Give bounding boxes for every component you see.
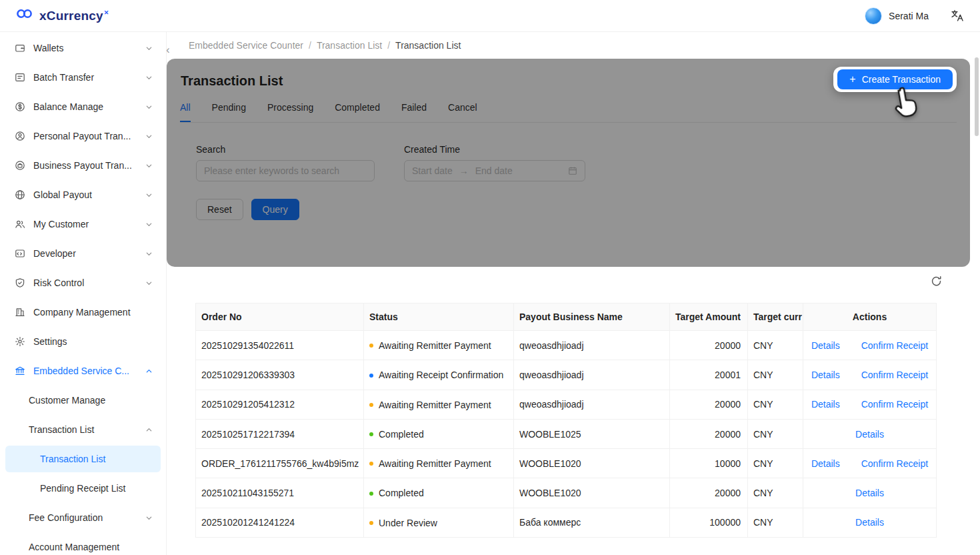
sidebar-item-personal-payout[interactable]: Personal Payout Tran... bbox=[5, 123, 161, 149]
scrollbar[interactable] bbox=[975, 57, 979, 136]
table-row: 202510251712217394 Completed WOOBLE1025 … bbox=[196, 419, 937, 448]
user-name[interactable]: Serati Ma bbox=[889, 11, 929, 21]
target-amount: 20001 bbox=[670, 360, 748, 390]
sidebar-collapse-button[interactable]: ‹ bbox=[167, 43, 170, 57]
chevron-up-icon bbox=[145, 426, 153, 434]
sidebar-item-global-payout[interactable]: Global Payout bbox=[5, 181, 161, 208]
refresh-icon[interactable] bbox=[931, 275, 942, 287]
table-toolbar bbox=[167, 269, 980, 292]
status-cell: Awaiting Remitter Payment bbox=[364, 390, 514, 419]
status-dot bbox=[369, 403, 373, 407]
sidebar-item-pending-receipt-list[interactable]: Pending Receipt List bbox=[5, 475, 161, 502]
table-row: 202510291354022611 Awaiting Remitter Pay… bbox=[196, 331, 937, 360]
payout-business-name: WOOBLE1020 bbox=[514, 449, 670, 478]
confirm-receipt-link[interactable]: Confirm Receipt bbox=[861, 370, 928, 380]
sidebar-item-balance-manage[interactable]: Balance Manage bbox=[5, 93, 161, 120]
details-link[interactable]: Details bbox=[811, 458, 840, 469]
avatar[interactable] bbox=[865, 7, 882, 25]
plus-icon: + bbox=[849, 74, 855, 85]
column-payout-business-name: Payout Business Name bbox=[514, 304, 670, 331]
breadcrumb-item[interactable]: Transaction List bbox=[317, 40, 382, 51]
shield-icon bbox=[15, 278, 25, 288]
sidebar-item-account-management[interactable]: Account Management bbox=[5, 534, 161, 555]
chevron-up-icon bbox=[145, 368, 153, 375]
order-no: 202510291206339303 bbox=[196, 360, 364, 390]
details-link[interactable]: Details bbox=[811, 399, 840, 410]
personal-payout-icon bbox=[15, 131, 25, 141]
customers-icon bbox=[15, 219, 25, 229]
chevron-down-icon bbox=[145, 191, 153, 199]
create-transaction-button[interactable]: + Create Transaction bbox=[837, 69, 953, 89]
payout-business-name: qweoasdhjioadj bbox=[514, 390, 670, 419]
building-icon bbox=[15, 307, 25, 318]
target-currency: CNY bbox=[748, 478, 803, 508]
status-dot bbox=[369, 374, 373, 378]
column-target-amount: Target Amount bbox=[670, 304, 748, 331]
sidebar-item-customer-manage[interactable]: Customer Manage bbox=[5, 387, 161, 414]
bank-icon bbox=[15, 366, 25, 376]
order-no: 202510211043155271 bbox=[196, 478, 364, 508]
details-link[interactable]: Details bbox=[811, 340, 840, 351]
table-row: 202510211043155271 Completed WOOBLE1020 … bbox=[196, 478, 937, 508]
target-currency: CNY bbox=[748, 419, 803, 448]
order-no: 202510201241241224 bbox=[196, 508, 364, 537]
sidebar-item-embedded-service-counter[interactable]: Embedded Service C... bbox=[5, 358, 161, 384]
chevron-down-icon bbox=[145, 103, 153, 111]
payout-business-name: WOOBLE1020 bbox=[514, 478, 670, 508]
chevron-down-icon bbox=[145, 514, 153, 522]
confirm-receipt-link[interactable]: Confirm Receipt bbox=[861, 399, 928, 410]
confirm-receipt-link[interactable]: Confirm Receipt bbox=[861, 340, 928, 351]
chevron-down-icon bbox=[145, 45, 153, 52]
breadcrumb-current: Transaction List bbox=[395, 40, 461, 51]
payout-business-name: qweoasdhjioadj bbox=[514, 331, 670, 360]
logo-text: xCurrency bbox=[39, 9, 103, 23]
status-badge: Under Review bbox=[379, 518, 437, 528]
confirm-receipt-link[interactable]: Confirm Receipt bbox=[861, 458, 928, 469]
status-cell: Completed bbox=[364, 478, 514, 508]
details-link[interactable]: Details bbox=[811, 370, 840, 380]
breadcrumb-item[interactable]: Embedded Service Counter bbox=[189, 40, 303, 51]
order-no: 202510291205412312 bbox=[196, 390, 364, 419]
sidebar-item-my-customer[interactable]: My Customer bbox=[5, 211, 161, 237]
business-payout-icon bbox=[15, 160, 25, 171]
status-cell: Completed bbox=[364, 419, 514, 448]
target-currency: CNY bbox=[748, 390, 803, 419]
details-link[interactable]: Details bbox=[855, 517, 884, 528]
balance-icon bbox=[15, 101, 25, 112]
details-link[interactable]: Details bbox=[855, 429, 884, 440]
sidebar-item-transaction-list[interactable]: Transaction List bbox=[5, 446, 161, 472]
sidebar-item-batch-transfer[interactable]: Batch Transfer bbox=[5, 64, 161, 91]
details-link[interactable]: Details bbox=[855, 488, 884, 498]
actions-cell: DetailsConfirm Receipt bbox=[803, 449, 937, 478]
actions-cell: DetailsConfirm Receipt bbox=[803, 331, 937, 360]
order-no: 202510291354022611 bbox=[196, 331, 364, 360]
sidebar-item-fee-configuration[interactable]: Fee Configuration bbox=[5, 504, 161, 531]
translate-icon[interactable] bbox=[950, 9, 964, 23]
target-amount: 20000 bbox=[670, 331, 748, 360]
table-row: 202510291206339303 Awaiting Receipt Conf… bbox=[196, 360, 937, 390]
top-header: xCurrency ✕ Serati Ma bbox=[0, 0, 980, 32]
target-amount: 20000 bbox=[670, 478, 748, 508]
status-cell: Awaiting Receipt Confirmation bbox=[364, 360, 514, 390]
breadcrumb: Embedded Service Counter / Transaction L… bbox=[167, 32, 980, 59]
status-cell: Under Review bbox=[364, 508, 514, 537]
actions-cell: DetailsConfirm Receipt bbox=[803, 360, 937, 390]
sidebar-item-wallets[interactable]: Wallets bbox=[5, 35, 161, 61]
sidebar-item-transaction-list-group[interactable]: Transaction List bbox=[5, 416, 161, 443]
column-status: Status bbox=[364, 304, 514, 331]
logo[interactable]: xCurrency ✕ bbox=[16, 9, 109, 23]
sidebar: Wallets Batch Transfer Balance Manage Pe… bbox=[0, 32, 167, 555]
order-no: 202510251712217394 bbox=[196, 419, 364, 448]
globe-icon bbox=[15, 189, 25, 200]
status-badge: Awaiting Remitter Payment bbox=[379, 340, 491, 351]
sidebar-item-risk-control[interactable]: Risk Control bbox=[5, 269, 161, 296]
sidebar-item-business-payout[interactable]: Business Payout Tran... bbox=[5, 152, 161, 179]
status-cell: Awaiting Remitter Payment bbox=[364, 331, 514, 360]
payout-business-name: qweoasdhjioadj bbox=[514, 360, 670, 390]
gear-icon bbox=[15, 336, 25, 347]
sidebar-item-company-management[interactable]: Company Management bbox=[5, 299, 161, 326]
sidebar-item-developer[interactable]: Developer bbox=[5, 240, 161, 267]
payout-business-name: Баба коммерс bbox=[514, 508, 670, 537]
chevron-down-icon bbox=[145, 162, 153, 169]
sidebar-item-settings[interactable]: Settings bbox=[5, 328, 161, 355]
